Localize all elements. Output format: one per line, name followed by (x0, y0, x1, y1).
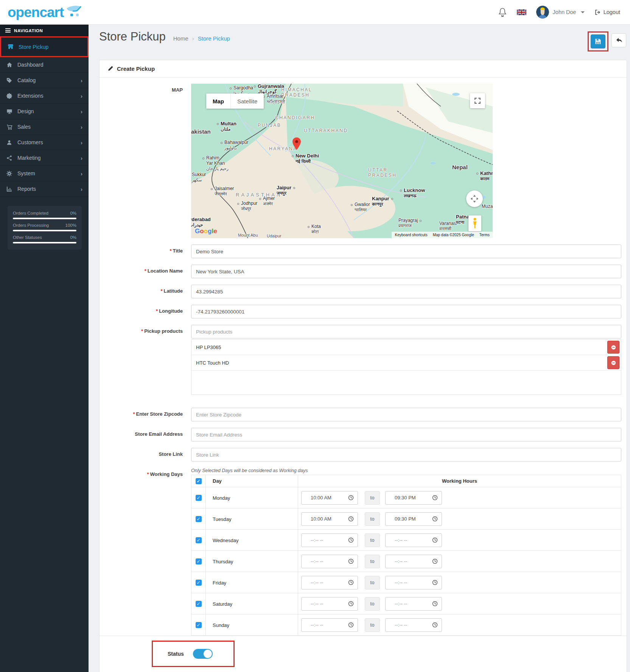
remove-product-button[interactable] (607, 356, 619, 369)
store-link-input[interactable] (191, 448, 621, 462)
map-fullscreen-button[interactable] (470, 93, 485, 108)
breadcrumb-current-link[interactable]: Store Pickup (198, 35, 230, 42)
day-checkbox-friday[interactable]: ✓ (196, 580, 202, 586)
sidebar-item-label: Design (17, 108, 34, 114)
sidebar-item-sales[interactable]: Sales› (0, 119, 89, 135)
save-annotation-box (588, 31, 608, 51)
monitor-icon (6, 109, 12, 114)
sidebar-item-reports[interactable]: Reports› (0, 181, 89, 197)
remove-product-button[interactable] (607, 341, 619, 354)
working-days-table: ✓ Day Working Hours ✓Monday10:00 AMto09:… (191, 475, 621, 636)
day-checkbox-tuesday[interactable]: ✓ (196, 516, 202, 522)
pencil-icon (108, 65, 114, 72)
working-hours-column-header: Working Hours (298, 475, 621, 487)
breadcrumb-home-link[interactable]: Home (173, 35, 188, 42)
notifications-bell-icon[interactable] (498, 7, 507, 17)
map-field-label: MAP (109, 84, 191, 238)
sidebar-item-system[interactable]: System› (0, 166, 89, 181)
pickup-products-input[interactable] (191, 325, 621, 338)
sidebar-item-design[interactable]: Design› (0, 104, 89, 119)
chevron-right-icon: › (81, 186, 82, 192)
day-checkbox-thursday[interactable]: ✓ (196, 558, 202, 564)
location-name-label: Location Name (148, 268, 183, 274)
google-logo[interactable]: Google (195, 228, 217, 235)
latitude-label: Latitude (163, 288, 183, 294)
back-button[interactable] (611, 33, 626, 47)
day-name: Saturday (213, 601, 232, 607)
sidebar-item-catalog[interactable]: Catalog› (0, 73, 89, 88)
select-all-days-checkbox[interactable]: ✓ (196, 478, 202, 484)
time-from-value: 10:00 AM (311, 495, 331, 500)
sidebar-nav-header[interactable]: NAVIGATION (0, 25, 89, 36)
panel-body: MAP (100, 78, 627, 636)
opencart-logo[interactable]: opencart (8, 5, 82, 19)
street-view-pegman[interactable] (468, 215, 481, 231)
location-name-input[interactable] (191, 265, 621, 278)
sidebar-item-label: Sales (17, 124, 31, 130)
day-checkbox-wednesday[interactable]: ✓ (196, 537, 202, 543)
latitude-input[interactable] (191, 285, 621, 298)
product-name: HTC Touch HD (196, 360, 229, 366)
title-label: Title (173, 248, 183, 254)
title-input[interactable] (191, 245, 621, 258)
store-email-input[interactable] (191, 428, 621, 441)
day-checkbox-monday[interactable]: ✓ (196, 495, 202, 501)
logout-button[interactable]: Logout (594, 9, 620, 16)
map-label-yderabad: yderabadحيدراب (191, 217, 211, 228)
map-label-prayagraj: Prayagrajप्रयागराज (398, 218, 418, 228)
tag-icon (6, 78, 12, 83)
stat-label: Other Statuses (13, 235, 42, 240)
chevron-right-icon: › (81, 124, 82, 130)
time-to-input-saturday[interactable]: --:-- -- (385, 597, 442, 611)
sidebar-item-marketing[interactable]: Marketing› (0, 150, 89, 166)
pickup-products-label: Pickup products (144, 328, 183, 334)
map-label-kanpur: Kanpurकानपुर (372, 196, 389, 207)
stat-value: 100% (65, 223, 76, 228)
day-checkbox-sunday[interactable]: ✓ (196, 622, 202, 628)
clock-icon (432, 495, 438, 500)
user-menu[interactable]: John Doe (536, 6, 585, 19)
sidebar-item-customers[interactable]: Customers› (0, 135, 89, 150)
time-to-input-wednesday[interactable]: --:-- -- (385, 533, 442, 547)
time-from-value: --:-- -- (311, 622, 323, 628)
time-to-input-thursday[interactable]: --:-- -- (385, 555, 442, 568)
map-marker-pin[interactable] (292, 137, 301, 151)
map-label-pakistan: Pakistan (191, 128, 211, 135)
map-type-map-button[interactable]: Map (206, 94, 230, 109)
map-type-satellite-button[interactable]: Satellite (230, 94, 264, 109)
top-header: opencart (0, 0, 630, 25)
time-from-input-saturday[interactable]: --:-- -- (301, 597, 358, 611)
time-to-input-sunday[interactable]: --:-- -- (385, 618, 442, 632)
sidebar-item-dashboard[interactable]: Dashboard (0, 57, 89, 73)
time-to-input-friday[interactable]: --:-- -- (385, 576, 442, 589)
store-email-label: Store Email Address (135, 431, 183, 437)
map-pan-control[interactable] (466, 190, 483, 207)
time-to-value: --:-- -- (395, 622, 407, 628)
day-checkbox-saturday[interactable]: ✓ (196, 601, 202, 607)
status-annotation-box: Status (152, 641, 235, 667)
keyboard-shortcuts-link[interactable]: Keyboard shortcuts (395, 233, 427, 237)
language-flag-icon[interactable] (517, 9, 526, 15)
sidebar-item-extensions[interactable]: Extensions› (0, 88, 89, 104)
time-to-input-monday[interactable]: 09:30 PM (385, 491, 442, 505)
zipcode-row: *Enter Store Zipcode (109, 408, 621, 421)
sidebar-item-store-pickup[interactable]: Store Pickup (0, 36, 89, 57)
logout-label: Logout (604, 9, 620, 15)
time-from-input-friday[interactable]: --:-- -- (301, 576, 358, 589)
time-from-input-sunday[interactable]: --:-- -- (301, 618, 358, 632)
time-to-input-tuesday[interactable]: 09:30 PM (385, 512, 442, 526)
time-from-input-tuesday[interactable]: 10:00 AM (301, 512, 358, 526)
time-from-input-thursday[interactable]: --:-- -- (301, 555, 358, 568)
panel-title: Create Pickup (117, 65, 155, 72)
google-map[interactable]: SargodhaسرگودھاGujranwalaگوجرانوالہHIMAC… (191, 84, 493, 238)
map-label-chandigarh: CHANDIGARH (275, 115, 315, 121)
zipcode-input[interactable] (191, 408, 621, 421)
save-button[interactable] (591, 34, 605, 48)
time-from-input-wednesday[interactable]: --:-- -- (301, 533, 358, 547)
time-from-input-monday[interactable]: 10:00 AM (301, 491, 358, 505)
longitude-input[interactable] (191, 305, 621, 318)
map-label-amritsar: Amritsarਅੰਮ੍ਰਿਤਸਰ (267, 94, 285, 104)
to-label: to (365, 533, 380, 547)
status-toggle[interactable] (193, 649, 213, 659)
terms-link[interactable]: Terms (479, 233, 490, 237)
